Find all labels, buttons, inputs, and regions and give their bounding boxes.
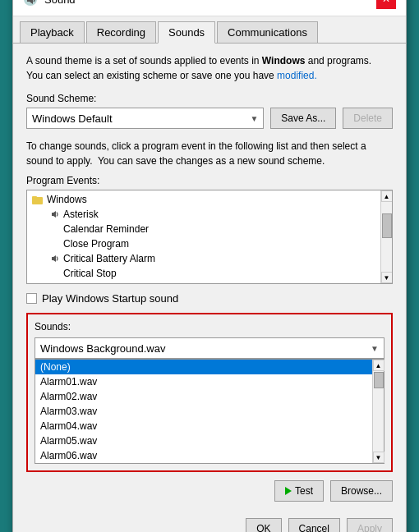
event-item-stop[interactable]: Critical Stop <box>27 266 392 281</box>
scheme-label: Sound Scheme: <box>26 93 393 104</box>
scheme-dropdown[interactable]: Windows Default ▼ <box>26 108 264 129</box>
dialog-title: Sound <box>44 0 76 6</box>
dropdown-scrollbar-thumb[interactable] <box>374 372 384 388</box>
startup-label: Play Windows Startup sound <box>42 292 178 305</box>
ok-button[interactable]: OK <box>246 518 281 532</box>
apply-button[interactable]: Apply <box>347 518 393 532</box>
dropdown-list-scrollbar-track[interactable]: ▲ ▼ <box>372 360 384 463</box>
title-bar-left: Sound <box>23 0 76 7</box>
dropdown-list-items: (None) Alarm01.wav Alarm02.wav Alarm03.w… <box>35 360 372 463</box>
dropdown-item-5[interactable]: Alarm05.wav <box>35 433 372 448</box>
folder-icon <box>32 194 44 205</box>
cancel-button[interactable]: Cancel <box>288 518 340 532</box>
events-list-inner: Windows Asterisk Calendar Reminder <box>27 190 392 282</box>
dropdown-scroll-up[interactable]: ▲ <box>373 360 384 371</box>
scheme-value: Windows Default <box>32 112 113 125</box>
close-button[interactable]: ✕ <box>376 0 396 9</box>
svg-marker-5 <box>52 255 56 262</box>
events-list[interactable]: Windows Asterisk Calendar Reminder <box>26 190 393 284</box>
sounds-dropdown-row: Windows Background.wav ▼ <box>35 337 384 359</box>
dropdown-item-2[interactable]: Alarm02.wav <box>35 389 372 404</box>
dropdown-item-1[interactable]: Alarm01.wav <box>35 374 372 389</box>
sound-dialog: Sound ✕ Playback Recording Sounds Commun… <box>12 0 407 532</box>
save-as-button[interactable]: Save As... <box>270 108 336 129</box>
tab-content: A sound theme is a set of sounds applied… <box>13 44 406 511</box>
scroll-down-arrow[interactable]: ▼ <box>381 272 393 283</box>
dropdown-scroll-down[interactable]: ▼ <box>373 452 384 463</box>
tab-sounds[interactable]: Sounds <box>158 21 215 44</box>
tab-recording[interactable]: Recording <box>86 21 156 43</box>
sounds-value: Windows Background.wav <box>40 342 165 355</box>
description-text: A sound theme is a set of sounds applied… <box>26 53 393 83</box>
test-label: Test <box>295 485 313 497</box>
tab-bar: Playback Recording Sounds Communications <box>13 16 406 44</box>
event-item-calendar[interactable]: Calendar Reminder <box>27 222 392 236</box>
sounds-dropdown[interactable]: Windows Background.wav ▼ <box>35 337 384 359</box>
critical-stop-label: Critical Stop <box>63 268 117 279</box>
dropdown-list: (None) Alarm01.wav Alarm02.wav Alarm03.w… <box>35 359 384 464</box>
sounds-label: Sounds: <box>35 321 384 332</box>
startup-checkbox[interactable] <box>26 293 37 304</box>
scheme-dropdown-arrow: ▼ <box>250 114 258 123</box>
svg-marker-4 <box>52 211 56 218</box>
dropdown-item-3[interactable]: Alarm03.wav <box>35 404 372 419</box>
delete-button[interactable]: Delete <box>343 108 393 129</box>
dropdown-item-6[interactable]: Alarm06.wav <box>35 448 372 463</box>
modified-link[interactable]: modified. <box>277 70 317 81</box>
speaker-icon-battery <box>50 254 60 264</box>
close-program-label: Close Program <box>63 238 129 250</box>
dropdown-item-none[interactable]: (None) <box>35 360 372 374</box>
tab-playback[interactable]: Playback <box>20 21 85 43</box>
tab-communications[interactable]: Communications <box>217 21 318 43</box>
event-item-close[interactable]: Close Program <box>27 236 392 251</box>
speaker-title-icon <box>23 0 38 7</box>
scroll-up-arrow[interactable]: ▲ <box>381 190 393 202</box>
bottom-row: OK Cancel Apply <box>13 511 406 532</box>
test-browse-row: Test Browse... <box>26 480 393 502</box>
browse-button[interactable]: Browse... <box>330 480 393 502</box>
event-group-windows[interactable]: Windows <box>27 192 392 207</box>
dropdown-list-scrollbar: (None) Alarm01.wav Alarm02.wav Alarm03.w… <box>35 360 384 463</box>
windows-group-label: Windows <box>47 194 87 205</box>
svg-rect-3 <box>32 196 37 199</box>
event-item-battery[interactable]: Critical Battery Alarm <box>27 251 392 266</box>
scheme-row: Windows Default ▼ Save As... Delete <box>26 108 393 129</box>
events-scrollbar[interactable]: ▲ ▼ <box>380 190 392 283</box>
startup-row: Play Windows Startup sound <box>26 292 393 305</box>
speaker-icon-asterisk <box>50 209 60 219</box>
test-button[interactable]: Test <box>274 480 324 502</box>
sounds-section: Sounds: Windows Background.wav ▼ (None) … <box>26 313 393 472</box>
info-text: To change sounds, click a program event … <box>26 139 393 168</box>
sounds-dropdown-arrow: ▼ <box>371 344 379 353</box>
program-events-label: Program Events: <box>26 175 393 186</box>
title-bar: Sound ✕ <box>13 0 406 16</box>
event-item-asterisk[interactable]: Asterisk <box>27 207 392 222</box>
calendar-label: Calendar Reminder <box>63 223 149 235</box>
asterisk-label: Asterisk <box>63 209 99 220</box>
battery-label: Critical Battery Alarm <box>63 253 155 264</box>
dropdown-item-4[interactable]: Alarm04.wav <box>35 419 372 433</box>
scrollbar-thumb[interactable] <box>382 213 392 238</box>
play-icon <box>285 487 292 495</box>
